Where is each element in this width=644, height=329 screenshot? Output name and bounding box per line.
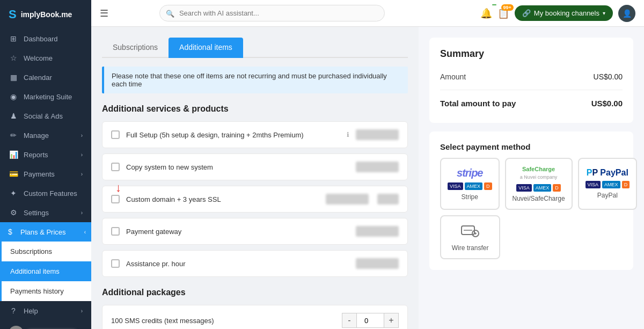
- sidebar-item-label: Welcome: [24, 54, 53, 62]
- notifications-button[interactable]: 🔔: [480, 8, 492, 19]
- sms-credits-label: 100 SMS credits (text messages): [111, 317, 335, 325]
- qty-controls: - +: [342, 313, 399, 328]
- total-label: Total amount to pay: [440, 99, 516, 108]
- payment-method-safecharge[interactable]: SafeChargea Nuvei company VISA AMEX D Nu…: [505, 158, 573, 210]
- custom-icon: ✦: [9, 189, 18, 198]
- discover-icon: D: [484, 182, 492, 190]
- amex-icon: AMEX: [602, 181, 620, 188]
- user-menu-button[interactable]: 👤: [618, 5, 635, 22]
- payment-gateway-price: [356, 226, 399, 237]
- total-value: US$0.00: [591, 99, 623, 108]
- payment-method-wire[interactable]: Wire transfer: [440, 215, 500, 259]
- sidebar-item-label: Marketing Suite: [24, 93, 72, 101]
- service-item-full-setup: Full Setup (5h setup & design, training …: [102, 121, 408, 148]
- sidebar-item-manage[interactable]: ✏ Manage ›: [0, 126, 91, 145]
- sidebar-item-label: Payments: [24, 170, 55, 178]
- discover-icon: D: [622, 181, 630, 188]
- tasks-button[interactable]: 📋 99+: [497, 8, 509, 19]
- full-setup-checkbox[interactable]: [111, 130, 120, 139]
- service-item-assistance: Assistance pr. hour: [102, 250, 408, 277]
- packages-section: Additional packages 100 SMS credits (tex…: [102, 288, 408, 329]
- chevron-right-icon: ›: [81, 133, 83, 138]
- sidebar-item-payments[interactable]: 💳 Payments ›: [0, 164, 91, 184]
- payment-gateway-label: Payment gateway: [126, 228, 349, 236]
- sidebar-item-label: Social & Ads: [24, 112, 63, 120]
- chevron-right-icon: ›: [81, 171, 83, 177]
- amex-icon: AMEX: [533, 184, 552, 192]
- dropdown-item-subscriptions[interactable]: Subscriptions: [2, 242, 91, 261]
- tab-additional-items[interactable]: Additional items: [169, 38, 243, 58]
- qty-decrease-button[interactable]: -: [342, 313, 357, 328]
- summary-title: Summary: [440, 48, 623, 60]
- service-item-copy-system: Copy system to new system ↓: [102, 153, 408, 180]
- reports-icon: 📊: [9, 150, 18, 159]
- logo-text: implyBook.me: [21, 10, 72, 19]
- sidebar-item-reports[interactable]: 📊 Reports ›: [0, 145, 91, 164]
- assistance-price: [356, 258, 399, 269]
- visa-icon: VISA: [516, 184, 532, 192]
- app-logo[interactable]: S implyBook.me: [0, 0, 91, 29]
- dropdown-item-additional[interactable]: Additional items: [2, 261, 91, 281]
- custom-domain-price: [326, 194, 369, 204]
- sidebar-item-label: Settings: [24, 209, 49, 217]
- copy-system-price: [356, 162, 399, 172]
- tabs-container: Subscriptions Additional items: [102, 38, 408, 58]
- topnav: ☰ 🔍 🔔 📋 99+ 🔗 My booking channels ▾ 👤: [91, 0, 644, 27]
- amount-label: Amount: [440, 72, 466, 81]
- amex-icon: AMEX: [465, 182, 483, 190]
- notifications-badge: [492, 4, 496, 5]
- qty-increase-button[interactable]: +: [384, 313, 399, 328]
- welcome-icon: ☆: [9, 54, 18, 62]
- chevron-right-icon: ›: [81, 152, 83, 158]
- info-icon[interactable]: ℹ: [347, 131, 349, 138]
- main-area: ☰ 🔍 🔔 📋 99+ 🔗 My booking channels ▾ 👤: [91, 0, 644, 329]
- sidebar-item-dashboard[interactable]: ⊞ Dashboard: [0, 29, 91, 48]
- assistance-label: Assistance pr. hour: [126, 260, 349, 268]
- sidebar-item-calendar[interactable]: ▦ Calendar: [0, 68, 91, 87]
- copy-system-label: Copy system to new system: [126, 163, 349, 171]
- chevron-down-icon: ▾: [603, 10, 605, 16]
- sidebar-item-custom[interactable]: ✦ Custom Features: [0, 184, 91, 203]
- sidebar-item-label: Reports: [24, 151, 48, 159]
- sidebar-item-plans[interactable]: $ Plans & Prices ‹: [0, 222, 91, 242]
- payment-gateway-checkbox[interactable]: [111, 227, 120, 236]
- sidebar: S implyBook.me ⊞ Dashboard ☆ Welcome ▦ C…: [0, 0, 91, 329]
- search-input[interactable]: [159, 5, 385, 21]
- stripe-logo: stripe: [457, 167, 482, 179]
- summary-card: Summary Amount US$0.00 Total amount to p…: [429, 38, 633, 123]
- payment-methods-card: Select payment method stripe VISA AMEX D…: [429, 131, 633, 270]
- assistance-checkbox[interactable]: [111, 259, 120, 268]
- sidebar-item-social[interactable]: ♟ Social & Ads: [0, 106, 91, 126]
- wire-transfer-label: Wire transfer: [452, 244, 489, 252]
- tab-subscriptions[interactable]: Subscriptions: [102, 38, 169, 58]
- link-icon: 🔗: [522, 9, 531, 17]
- sidebar-item-marketing[interactable]: ◉ Marketing Suite: [0, 87, 91, 106]
- sidebar-item-help[interactable]: ? Help ›: [0, 301, 91, 320]
- booking-channels-label: My booking channels: [534, 9, 599, 17]
- sidebar-item-label: Dashboard: [24, 35, 58, 43]
- sidebar-user-avatar[interactable]: ›: [0, 320, 91, 329]
- user-icon: 👤: [623, 9, 632, 18]
- marketing-icon: ◉: [9, 92, 18, 101]
- payment-method-stripe[interactable]: stripe VISA AMEX D Stripe: [440, 158, 500, 210]
- custom-domain-price2: [377, 194, 399, 204]
- sidebar-item-welcome[interactable]: ☆ Welcome: [0, 48, 91, 68]
- qty-input[interactable]: [357, 313, 384, 328]
- chevron-right-icon: ›: [81, 210, 83, 216]
- copy-system-checkbox[interactable]: [111, 163, 120, 171]
- payment-method-paypal[interactable]: PP PayPal VISA AMEX D PayPal: [578, 158, 638, 210]
- dropdown-item-payments-history[interactable]: Payments history: [2, 281, 91, 301]
- payments-icon: 💳: [9, 170, 18, 178]
- notice-text: Please note that these one off items are…: [112, 72, 387, 88]
- custom-domain-checkbox[interactable]: [111, 195, 120, 203]
- sidebar-nav: ⊞ Dashboard ☆ Welcome ▦ Calendar ◉ Marke…: [0, 29, 91, 329]
- stripe-card-icons: VISA AMEX D: [448, 182, 492, 190]
- menu-button[interactable]: ☰: [100, 8, 108, 19]
- booking-channels-button[interactable]: 🔗 My booking channels ▾: [515, 5, 613, 21]
- summary-amount-row: Amount US$0.00: [440, 68, 623, 85]
- arrow-indicator: ↓: [115, 181, 121, 195]
- plans-dropdown-menu: Subscriptions Additional items Payments …: [0, 242, 91, 301]
- full-setup-label: Full Setup (5h setup & design, training …: [126, 131, 338, 139]
- visa-icon: VISA: [448, 182, 463, 190]
- sidebar-item-settings[interactable]: ⚙ Settings ›: [0, 203, 91, 222]
